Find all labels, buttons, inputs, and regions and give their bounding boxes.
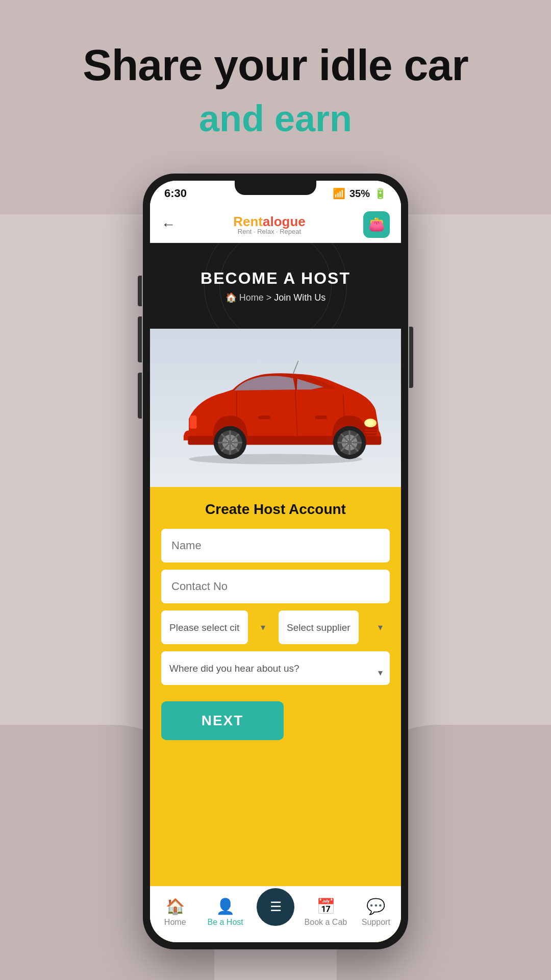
hero-title: BECOME A HOST	[201, 269, 350, 288]
car-image	[163, 347, 389, 469]
svg-rect-24	[365, 427, 377, 435]
nav-home-label: Home	[164, 918, 186, 927]
bottom-nav: 🏠 Home 👤 Be a Host ☰ 📅 Book a Cab	[150, 886, 401, 942]
page-headline: Share your idle car and earn	[0, 41, 551, 139]
cab-icon: 📅	[316, 897, 335, 915]
logo-alogue: alogue	[263, 214, 306, 229]
battery-text: 35%	[349, 188, 370, 200]
form-title: Create Host Account	[161, 501, 390, 518]
svg-rect-2	[258, 415, 270, 419]
logo-rent: Rent	[233, 214, 263, 229]
nav-be-host[interactable]: 👤 Be a Host	[200, 897, 250, 927]
form-section: Create Host Account Please select cit Mu…	[150, 487, 401, 942]
breadcrumb-home: Home	[239, 292, 264, 303]
hear-select-wrapper: Where did you hear about us? Google Face…	[161, 651, 390, 694]
battery-icon: 🔋	[374, 187, 387, 200]
svg-point-0	[189, 454, 363, 464]
signal-icon: 📶	[333, 187, 345, 200]
next-button[interactable]: NEXT	[161, 701, 284, 740]
breadcrumb-separator: >	[266, 292, 272, 303]
phone-btn-silent	[138, 373, 142, 419]
phone-btn-power	[409, 327, 413, 388]
svg-point-5	[365, 420, 373, 427]
svg-rect-6	[189, 415, 196, 429]
nav-center[interactable]: ☰	[251, 898, 300, 926]
headline-sub: and earn	[0, 97, 551, 139]
phone-screen: 6:30 📶 35% 🔋 ← Rentalogue Rent · Relax ·…	[150, 181, 401, 942]
notch	[235, 181, 316, 195]
hear-select[interactable]: Where did you hear about us? Google Face…	[161, 651, 390, 685]
nav-book-cab[interactable]: 📅 Book a Cab	[300, 897, 350, 927]
phone-btn-volume-down	[138, 316, 142, 362]
city-select-wrapper: Please select cit Mumbai Delhi Bangalore	[161, 610, 272, 644]
screen-content: 6:30 📶 35% 🔋 ← Rentalogue Rent · Relax ·…	[150, 181, 401, 942]
svg-rect-3	[315, 415, 327, 419]
logo-tagline: Rent · Relax · Repeat	[233, 228, 306, 235]
breadcrumb-home-icon: 🏠	[226, 292, 237, 303]
city-select[interactable]: Please select cit Mumbai Delhi Bangalore	[161, 610, 248, 644]
home-icon: 🏠	[166, 897, 185, 915]
nav-support-label: Support	[362, 918, 390, 927]
supplier-select[interactable]: Select supplier Supplier A Supplier B	[279, 610, 359, 644]
supplier-select-wrapper: Select supplier Supplier A Supplier B	[279, 610, 390, 644]
nav-support[interactable]: 💬 Support	[351, 897, 401, 927]
name-input[interactable]	[161, 529, 390, 562]
menu-icon: ☰	[270, 899, 282, 915]
nav-host-label: Be a Host	[207, 918, 243, 927]
breadcrumb-current: Join With Us	[274, 292, 325, 303]
car-section	[150, 329, 401, 487]
status-time: 6:30	[164, 187, 187, 200]
nav-cab-label: Book a Cab	[305, 918, 347, 927]
phone-frame: 6:30 📶 35% 🔋 ← Rentalogue Rent · Relax ·…	[143, 174, 408, 949]
app-header: ← Rentalogue Rent · Relax · Repeat 👛	[150, 206, 401, 243]
car-svg	[163, 347, 389, 469]
support-icon: 💬	[366, 897, 385, 915]
logo-text: Rentalogue	[233, 214, 306, 230]
wallet-icon[interactable]: 👛	[363, 211, 390, 238]
back-button[interactable]: ←	[161, 216, 176, 233]
phone-btn-volume-up	[138, 276, 142, 306]
svg-line-27	[293, 361, 298, 374]
nav-home[interactable]: 🏠 Home	[150, 897, 200, 927]
headline-main: Share your idle car	[0, 41, 551, 89]
host-icon: 👤	[216, 897, 235, 915]
city-supplier-row: Please select cit Mumbai Delhi Bangalore…	[161, 610, 390, 644]
contact-input[interactable]	[161, 570, 390, 603]
logo-container: Rentalogue Rent · Relax · Repeat	[233, 214, 306, 235]
center-menu-button[interactable]: ☰	[257, 888, 294, 926]
hero-breadcrumb: 🏠 Home > Join With Us	[226, 292, 326, 303]
status-right: 📶 35% 🔋	[333, 187, 387, 200]
hero-banner: BECOME A HOST 🏠 Home > Join With Us	[150, 243, 401, 329]
